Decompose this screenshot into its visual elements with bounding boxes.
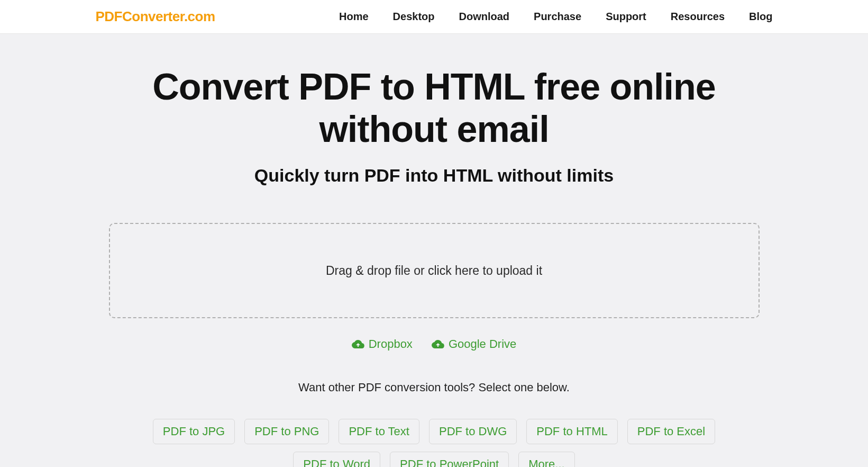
tool-pdf-to-text[interactable]: PDF to Text [339,419,419,444]
nav-desktop[interactable]: Desktop [393,11,435,23]
tool-pdf-to-excel[interactable]: PDF to Excel [627,419,715,444]
logo-rest: Converter.com [122,8,215,24]
logo-bold: PDF [96,8,123,24]
nav-purchase[interactable]: Purchase [534,11,581,23]
dropzone-text: Drag & drop file or click here to upload… [326,264,542,278]
nav-resources[interactable]: Resources [671,11,725,23]
tool-pdf-to-png[interactable]: PDF to PNG [244,419,329,444]
tool-pdf-to-powerpoint[interactable]: PDF to PowerPoint [390,452,509,467]
google-drive-link[interactable]: Google Drive [432,337,516,351]
tool-more[interactable]: More... [518,452,574,467]
tool-pdf-to-html[interactable]: PDF to HTML [526,419,617,444]
cloud-upload-row: Dropbox Google Drive [96,337,773,351]
tool-pdf-to-word[interactable]: PDF to Word [293,452,380,467]
nav-download[interactable]: Download [459,11,510,23]
nav-home[interactable]: Home [339,11,369,23]
main-nav: Home Desktop Download Purchase Support R… [339,11,772,23]
file-dropzone[interactable]: Drag & drop file or click here to upload… [109,223,760,318]
google-drive-label: Google Drive [449,337,516,351]
tool-pdf-to-dwg[interactable]: PDF to DWG [429,419,517,444]
nav-support[interactable]: Support [606,11,646,23]
cloud-upload-icon [352,339,364,349]
page-subtitle: Quickly turn PDF into HTML without limit… [96,165,773,186]
site-logo[interactable]: PDFConverter.com [96,8,215,25]
page-title: Convert PDF to HTML free online without … [96,66,773,150]
tool-pdf-to-jpg[interactable]: PDF to JPG [153,419,235,444]
tools-prompt: Want other PDF conversion tools? Select … [96,381,773,394]
dropbox-link[interactable]: Dropbox [352,337,413,351]
dropbox-label: Dropbox [369,337,413,351]
cloud-upload-icon [432,339,444,349]
site-header: PDFConverter.com Home Desktop Download P… [0,0,868,34]
nav-blog[interactable]: Blog [749,11,772,23]
tools-row: PDF to JPG PDF to PNG PDF to Text PDF to… [109,419,760,467]
main-content: Convert PDF to HTML free online without … [85,34,783,467]
